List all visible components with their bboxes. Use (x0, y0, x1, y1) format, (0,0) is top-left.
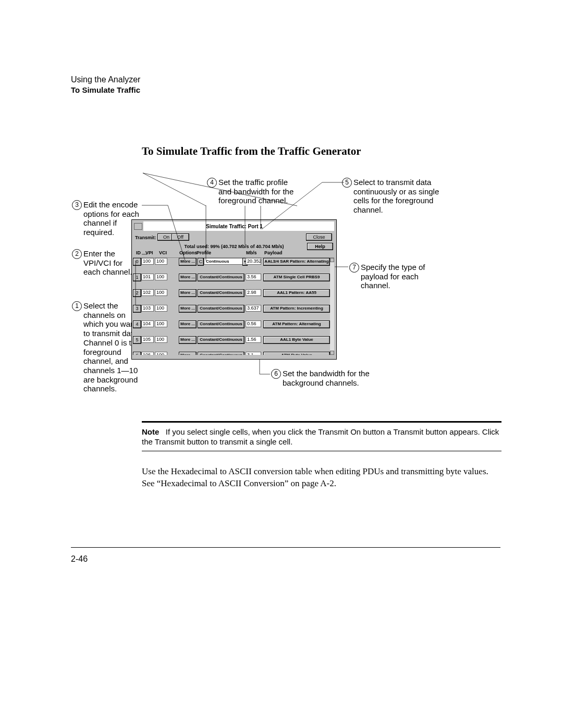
help-button[interactable]: Help (307, 243, 333, 250)
payload-button[interactable]: AAL1 Pattern: AA55 (263, 289, 330, 297)
svg-line-6 (142, 156, 206, 205)
vpi-input[interactable]: 100 (141, 258, 154, 265)
profile-button[interactable]: Constant/Continuous (198, 274, 244, 281)
profile-button[interactable]: Constant/Continuous (198, 289, 244, 297)
mbs-input[interactable]: 3.637 (246, 305, 261, 312)
profile-button[interactable]: Constant/Continuous (198, 336, 244, 344)
payload-button[interactable]: ATM Byte Value (263, 352, 330, 355)
window-title: Simulate Traffic: Port 1 (143, 221, 334, 231)
callout-6: 6 Set the bandwidth for the background c… (283, 369, 382, 387)
vci-input[interactable]: 100 (155, 289, 167, 296)
row-id-button[interactable]: 2 (133, 289, 141, 297)
more-button[interactable]: More ... (179, 336, 197, 344)
screenshot-window: Simulate Traffic: Port 1 Transmit: On Of… (131, 219, 337, 360)
more-button[interactable]: More ... (179, 320, 197, 328)
callout-4: 4 Set the traffic profile and bandwidth … (218, 178, 295, 205)
mbs-input[interactable]: 3.1 (246, 352, 261, 355)
total-used-text: Total used: 99% (40.702 Mb/s of 40.704 M… (185, 244, 284, 249)
sys-menu-icon[interactable] (134, 223, 142, 230)
callout-3-text: Edit the encode options for each channel… (83, 200, 139, 237)
table-row: 5105100More ...Constant/Continuous1.56AA… (133, 336, 334, 344)
running-header: Using the Analyzer (71, 75, 140, 84)
callout-num-6: 6 (271, 369, 281, 379)
vci-input[interactable]: 100 (155, 258, 167, 265)
row-id-button[interactable]: 5 (133, 336, 141, 344)
page-number: 2-46 (71, 554, 88, 564)
row-id-button[interactable]: 6 (133, 352, 141, 355)
vpi-input[interactable]: 106 (141, 352, 154, 355)
more-button[interactable]: More ... (179, 289, 197, 297)
table-row: 0100100More ...CContinuous▾20.352AAL3/4 … (133, 258, 334, 266)
callout-7-text: Specify the type of payload for each cha… (361, 263, 425, 290)
callout-2-text: Enter the VPI/VCI for each channel. (83, 249, 132, 276)
payload-button[interactable]: AAL1 Byte Value (263, 336, 330, 344)
row-id-button[interactable]: 4 (133, 320, 141, 328)
close-button[interactable]: Close (306, 233, 332, 241)
payload-button[interactable]: ATM Pattern: Incrementing (263, 305, 330, 313)
hdr-options: Options (179, 250, 197, 255)
callout-num-4: 4 (207, 178, 217, 188)
mbs-input[interactable]: 0.56 (246, 320, 261, 327)
note-label: Note (142, 427, 159, 436)
hdr-vci: VCI (159, 250, 167, 255)
mbs-input[interactable]: 2.98 (246, 289, 261, 296)
callout-4-text: Set the traffic profile and bandwidth fo… (218, 178, 293, 205)
callout-num-1: 1 (72, 301, 82, 311)
mbs-input[interactable]: 1.56 (246, 336, 261, 343)
transmit-row: Transmit: On Off Close (134, 233, 334, 243)
hdr-payload: Payload (264, 250, 283, 255)
table-header: ID VPI VCI Options Profile Mb/s Payload (134, 250, 334, 257)
profile-button[interactable]: Constant/Continuous (198, 320, 244, 328)
callout-7: 7 Specify the type of payload for each c… (361, 263, 444, 290)
mbs-input[interactable]: 3.56 (246, 274, 261, 280)
callout-num-3: 3 (72, 200, 82, 210)
row-id-button[interactable]: 3 (133, 305, 141, 313)
body-paragraph: Use the Hexadecimal to ASCII conversion … (142, 466, 501, 490)
table-row: 3103100More ...Constant/Continuous3.637A… (133, 305, 334, 313)
profile-combo[interactable]: Continuous (204, 258, 243, 265)
payload-button[interactable]: ATM Single Cell PRBS9 (263, 274, 330, 281)
more-button[interactable]: More ... (179, 352, 197, 355)
table-row: 4104100More ...Constant/Continuous0.56AT… (133, 320, 334, 328)
page-title: To Simulate Traffic from the Traffic Gen… (142, 145, 361, 158)
table-row: 6106100More ...Constant/Continuous3.1ATM… (133, 352, 334, 355)
transmit-label: Transmit: (135, 235, 156, 240)
more-button[interactable]: More ... (179, 274, 197, 281)
table-row: 1101100More ...Constant/Continuous3.56AT… (133, 274, 334, 281)
vpi-input[interactable]: 105 (141, 336, 154, 343)
footer-rule (71, 547, 500, 548)
vpi-input[interactable]: 101 (141, 274, 154, 280)
vpi-input[interactable]: 102 (141, 289, 154, 296)
callout-num-2: 2 (72, 249, 82, 259)
callout-6-text: Set the bandwidth for the background cha… (283, 369, 370, 387)
mbs-input[interactable]: 20.352 (246, 258, 261, 265)
callout-5-text: Select to transmit data continuously or … (353, 178, 439, 214)
vci-input[interactable]: 100 (155, 274, 167, 280)
payload-button[interactable]: ATM Pattern: Alternating (263, 320, 330, 328)
table-row: 2102100More ...Constant/Continuous2.98AA… (133, 289, 334, 297)
vpi-input[interactable]: 104 (141, 320, 154, 327)
hdr-id: ID (136, 250, 141, 255)
vci-input[interactable]: 100 (155, 320, 167, 327)
vci-input[interactable]: 100 (155, 336, 167, 343)
more-button[interactable]: More ... (179, 305, 197, 313)
profile-c-button[interactable]: C (198, 258, 204, 266)
vci-input[interactable]: 100 (155, 305, 167, 312)
note-text: If you select single cells, when you cli… (142, 427, 499, 446)
vci-input[interactable]: 100 (155, 352, 167, 355)
row-id-button[interactable]: 1 (133, 274, 141, 281)
callout-5: 5 Select to transmit data continuously o… (353, 178, 447, 215)
hdr-mbs: Mb/s (246, 250, 257, 255)
transmit-off-button[interactable]: Off (172, 233, 189, 241)
table-body: 0100100More ...CContinuous▾20.352AAL3/4 … (133, 257, 334, 355)
row-id-button[interactable]: 0 (133, 258, 141, 266)
payload-button[interactable]: AAL3/4 SAR Pattern: Alternating (263, 258, 330, 266)
callout-num-7: 7 (349, 263, 359, 273)
profile-button[interactable]: Constant/Continuous (198, 352, 244, 355)
vpi-input[interactable]: 103 (141, 305, 154, 312)
more-button[interactable]: More ... (179, 258, 197, 266)
hdr-profile: Profile (197, 250, 211, 255)
profile-button[interactable]: Constant/Continuous (198, 305, 244, 313)
hdr-vpi: VPI (145, 250, 153, 255)
callout-num-5: 5 (342, 178, 352, 188)
